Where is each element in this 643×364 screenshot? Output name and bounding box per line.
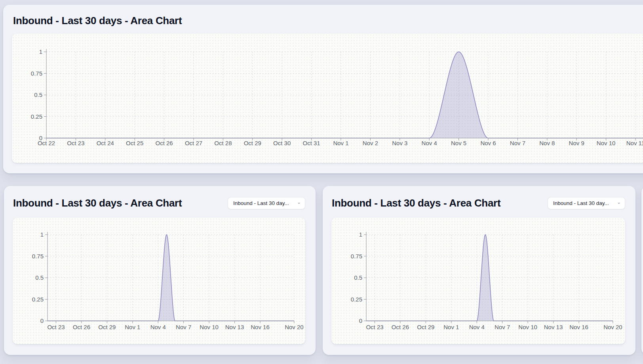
x-tick-label: Oct 23 xyxy=(366,324,383,330)
x-tick-label: Nov 4 xyxy=(150,324,166,330)
chart-panel: 00.250.50.751Oct 23Oct 26Oct 29Nov 1Nov … xyxy=(331,218,625,344)
y-tick-label: 0 xyxy=(359,317,362,324)
y-tick-label: 0.5 xyxy=(34,91,42,98)
y-tick-label: 0.5 xyxy=(35,274,44,281)
y-tick-label: 0.25 xyxy=(351,296,362,303)
x-tick-label: Oct 29 xyxy=(417,324,434,330)
card-bottom-right-chart: Inbound - Last 30 days - Area Chart Inbo… xyxy=(323,186,635,355)
area-chart-canvas: 00.250.50.751Oct 22Oct 23Oct 24Oct 25Oct… xyxy=(12,34,643,163)
x-tick-label: Oct 23 xyxy=(67,140,84,146)
x-tick-label: Nov 13 xyxy=(544,324,563,330)
y-tick-label: 0.75 xyxy=(31,70,42,77)
dropdown-selected-value: Inbound - Last 30 day... xyxy=(553,200,609,206)
chart-panel: 00.250.50.751Oct 22Oct 23Oct 24Oct 25Oct… xyxy=(12,34,643,163)
chevron-down-icon: ⌄ xyxy=(297,200,301,205)
y-tick-label: 0.25 xyxy=(32,296,44,303)
x-tick-label: Nov 2 xyxy=(363,140,378,146)
x-tick-label: Nov 4 xyxy=(469,324,485,330)
card-header: Inbound - Last 30 days - Area Chart Inbo… xyxy=(4,186,316,218)
y-tick-label: 0.25 xyxy=(31,113,42,120)
x-tick-label: Nov 10 xyxy=(597,140,616,146)
x-tick-label: Oct 26 xyxy=(156,140,173,146)
dashboard-page: { "theme": { "page_bg": "#dfe2ec", "card… xyxy=(0,0,643,364)
y-tick-label: 1 xyxy=(39,48,42,55)
x-tick-label: Nov 1 xyxy=(443,324,459,330)
x-tick-label: Nov 3 xyxy=(392,140,407,146)
x-tick-label: Nov 6 xyxy=(480,140,496,146)
y-tick-label: 0.75 xyxy=(32,253,44,260)
x-tick-label: Nov 20 xyxy=(603,324,622,330)
x-tick-label: Oct 29 xyxy=(98,324,116,330)
chart-title: Inbound - Last 30 days - Area Chart xyxy=(13,197,182,209)
axis-labels: 00.250.50.751Oct 22Oct 23Oct 24Oct 25Oct… xyxy=(31,48,643,146)
x-tick-label: Oct 27 xyxy=(185,140,202,146)
y-tick-label: 0.5 xyxy=(354,274,362,281)
x-tick-label: Oct 22 xyxy=(38,140,55,146)
card-top-chart: Inbound - Last 30 days - Area Chart 00.2… xyxy=(3,5,643,173)
x-tick-label: Oct 30 xyxy=(273,140,291,146)
y-tick-label: 1 xyxy=(40,231,44,238)
card-partial-right-edge xyxy=(641,186,643,355)
x-tick-label: Nov 7 xyxy=(176,324,191,330)
card-header: Inbound - Last 30 days - Area Chart xyxy=(3,5,643,34)
x-tick-label: Nov 1 xyxy=(125,324,140,330)
x-tick-label: Nov 1 xyxy=(333,140,348,146)
dropdown-selected-value: Inbound - Last 30 day... xyxy=(233,200,289,206)
x-tick-label: Oct 26 xyxy=(73,324,90,330)
x-tick-label: Oct 31 xyxy=(303,140,320,146)
y-tick-label: 0.75 xyxy=(351,253,362,260)
y-tick-label: 0 xyxy=(40,317,44,324)
x-tick-label: Nov 7 xyxy=(495,324,510,330)
x-tick-label: Oct 23 xyxy=(47,324,65,330)
card-bottom-left-chart: Inbound - Last 30 days - Area Chart Inbo… xyxy=(4,186,316,355)
x-tick-label: Oct 26 xyxy=(392,324,409,330)
chart-title: Inbound - Last 30 days - Area Chart xyxy=(13,15,182,27)
chart-title: Inbound - Last 30 days - Area Chart xyxy=(332,197,500,209)
x-tick-label: Oct 29 xyxy=(244,140,261,146)
x-tick-label: Oct 28 xyxy=(214,140,232,146)
x-tick-label: Nov 7 xyxy=(510,140,525,146)
x-tick-label: Nov 16 xyxy=(569,324,588,330)
x-tick-label: Nov 11 xyxy=(626,140,643,146)
x-tick-label: Oct 24 xyxy=(97,140,114,146)
area-chart-canvas: 00.250.50.751Oct 23Oct 26Oct 29Nov 1Nov … xyxy=(331,218,625,344)
y-tick-label: 1 xyxy=(359,231,362,238)
x-tick-label: Nov 9 xyxy=(569,140,584,146)
x-tick-label: Nov 20 xyxy=(285,324,304,330)
area-chart-canvas: 00.250.50.751Oct 23Oct 26Oct 29Nov 1Nov … xyxy=(13,218,305,344)
chevron-down-icon: ⌄ xyxy=(617,200,621,205)
x-tick-label: Nov 10 xyxy=(518,324,537,330)
gridlines xyxy=(46,52,643,138)
chart-selector-dropdown[interactable]: Inbound - Last 30 day... ⌄ xyxy=(548,197,625,209)
chart-panel: 00.250.50.751Oct 23Oct 26Oct 29Nov 1Nov … xyxy=(13,218,305,344)
x-tick-label: Nov 8 xyxy=(539,140,555,146)
x-tick-label: Nov 16 xyxy=(251,324,270,330)
x-tick-label: Oct 25 xyxy=(126,140,143,146)
x-tick-label: Nov 13 xyxy=(225,324,244,330)
card-header: Inbound - Last 30 days - Area Chart Inbo… xyxy=(323,186,635,218)
x-tick-label: Nov 10 xyxy=(200,324,219,330)
chart-selector-dropdown[interactable]: Inbound - Last 30 day... ⌄ xyxy=(228,197,305,209)
x-tick-label: Nov 5 xyxy=(451,140,466,146)
x-tick-label: Nov 4 xyxy=(422,140,437,146)
